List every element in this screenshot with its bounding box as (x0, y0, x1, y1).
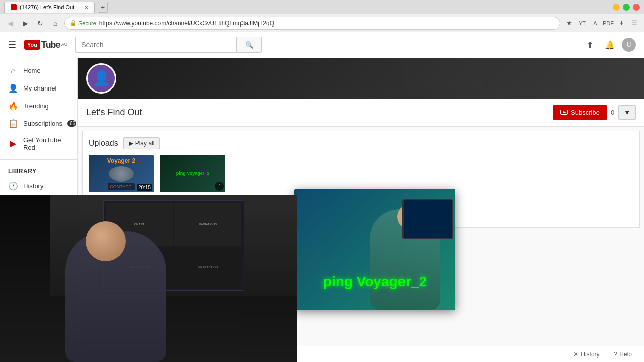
youtube-header: ☰ You Tube AU 🔍 ⬆ 🔔 U (0, 32, 644, 58)
history-bottom-label: History (581, 351, 599, 358)
video-thumb-2[interactable]: ping Voyager_2 ⋮ (160, 155, 225, 192)
sidebar-label-yt-red: Get YouTube Red (23, 136, 69, 151)
extension2-button[interactable]: A (590, 18, 601, 29)
header-search: 🔍 (75, 37, 574, 53)
search-input[interactable] (75, 37, 236, 53)
upload-button[interactable]: ⬆ (582, 37, 598, 53)
subscribe-label: Subscribe (571, 109, 600, 116)
tab-favicon (11, 4, 17, 10)
channel-actions: ▶ Subscribe 0 ▼ (553, 105, 636, 120)
bottom-bar: ✕ History ? Help (297, 346, 644, 362)
help-bottom-button[interactable]: ? Help (610, 349, 636, 360)
extension4-button[interactable]: ⬇ (616, 18, 627, 29)
help-bottom-icon: ? (614, 351, 617, 358)
subscriptions-badge: 66 (67, 120, 76, 127)
video-popup-inner: CHART RADIATIONS REFLECTIONS DIFFRACTION (0, 195, 297, 362)
browser-titlebar: (14276) Let's Find Out - ✕ + (0, 0, 644, 14)
help-bottom-label: Help (619, 351, 632, 358)
bell-icon: 🔔 (605, 40, 615, 50)
my-channel-icon: 👤 (8, 83, 18, 93)
history-icon: 🕐 (8, 181, 18, 191)
upload-icon: ⬆ (587, 40, 593, 50)
video-thumb-1[interactable]: Voyager 2 CONTACT! 20:15 (89, 155, 154, 192)
subscriptions-icon: 📋 (8, 119, 18, 128)
hover-screen: ~~~~~ (403, 199, 453, 239)
history-bottom-icon: ✕ (573, 351, 578, 358)
subscribe-count: 0 (611, 109, 614, 116)
user-avatar[interactable]: U (622, 38, 636, 52)
yt-red-icon: ▶ (8, 139, 18, 148)
maximize-button[interactable] (623, 4, 630, 11)
video-popup: CHART RADIATIONS REFLECTIONS DIFFRACTION (0, 195, 297, 362)
play-all-button[interactable]: ▶ Play all (123, 137, 160, 149)
search-icon: 🔍 (245, 41, 254, 49)
channel-avatar: 👤 (86, 63, 116, 94)
sidebar-item-my-channel[interactable]: 👤 My channel (0, 79, 77, 97)
history-bottom-button[interactable]: ✕ History (569, 349, 603, 360)
channel-avatar-icon: 👤 (93, 70, 110, 86)
settings-chevron-icon: ▼ (624, 109, 630, 116)
hover-screen-text: ~~~~~ (422, 217, 433, 221)
hover-preview-title: ping Voyager_2 (323, 274, 427, 290)
forward-button[interactable]: ▶ (19, 17, 31, 29)
yt-logo-icon: You (24, 40, 40, 50)
thumb1-voyager-text: Voyager 2 (107, 157, 135, 164)
channel-settings-button[interactable]: ▼ (618, 105, 636, 120)
sidebar-label-trending: Trending (23, 102, 69, 110)
video-more-btn-2[interactable]: ⋮ (215, 182, 224, 191)
tab-close-button[interactable]: ✕ (84, 5, 88, 10)
notifications-button[interactable]: 🔔 (602, 37, 618, 53)
hover-screen-content: ~~~~~ (404, 200, 452, 238)
extension3-button[interactable]: PDF (603, 18, 614, 29)
library-title: LIBRARY (0, 164, 77, 177)
video-duration-1: 20:15 (137, 184, 152, 191)
back-button[interactable]: ◀ (4, 17, 16, 29)
extension1-button[interactable]: YT (577, 18, 588, 29)
close-button[interactable] (633, 4, 640, 11)
url-text: https://www.youtube.com/channel/UCkGvUEt… (99, 20, 274, 27)
active-tab[interactable]: (14276) Let's Find Out - ✕ (4, 2, 95, 13)
ssl-badge: 🔒 Secure (70, 20, 96, 26)
uploads-title: Uploads (89, 139, 118, 148)
sidebar-item-subscriptions[interactable]: 📋 Subscriptions 66 (0, 115, 77, 132)
video-hover-preview: ~~~~~ ping Voyager_2 (294, 189, 455, 310)
play-all-label: Play all (135, 140, 155, 147)
trending-icon: 🔥 (8, 101, 18, 111)
header-actions: ⬆ 🔔 U (582, 37, 636, 53)
yt-logo-text: Tube (41, 40, 60, 50)
sidebar-item-yt-red[interactable]: ▶ Get YouTube Red (0, 132, 77, 155)
hamburger-menu[interactable]: ☰ (8, 39, 16, 50)
browser-navbar: ◀ ▶ ↻ ⌂ 🔒 Secure https://www.youtube.com… (0, 14, 644, 32)
sidebar-main-section: ⌂ Home 👤 My channel 🔥 Trending 📋 Subscri… (0, 58, 77, 160)
new-tab-button[interactable]: + (98, 2, 108, 13)
address-bar[interactable]: 🔒 Secure https://www.youtube.com/channel… (64, 17, 560, 30)
refresh-button[interactable]: ↻ (34, 17, 46, 29)
yt-logo-country: AU (61, 42, 68, 47)
menu-button[interactable]: ☰ (629, 18, 640, 29)
tab-title: (14276) Let's Find Out - (20, 4, 78, 10)
search-button[interactable]: 🔍 (236, 37, 262, 53)
play-icon: ▶ (129, 140, 133, 147)
home-icon: ⌂ (8, 66, 18, 75)
sidebar-label-subscriptions: Subscriptions (23, 120, 62, 127)
thumb1-contact-text: CONTACT! (108, 183, 134, 190)
sidebar-item-home[interactable]: ⌂ Home (0, 62, 77, 79)
sidebar-item-history[interactable]: 🕐 History (0, 177, 77, 195)
uploads-header: Uploads ▶ Play all (89, 137, 633, 149)
channel-info-bar: Let's Find Out ▶ Subscribe 0 ▼ (78, 99, 644, 127)
yt-subscribe-icon: ▶ (560, 110, 568, 115)
minimize-button[interactable] (613, 4, 620, 11)
sidebar-item-trending[interactable]: 🔥 Trending (0, 97, 77, 115)
home-button[interactable]: ⌂ (49, 17, 61, 29)
sidebar-label-history: History (23, 182, 69, 190)
bookmark-button[interactable]: ★ (564, 18, 575, 29)
hover-preview-inner: ~~~~~ ping Voyager_2 (294, 189, 455, 310)
subscribe-button[interactable]: ▶ Subscribe (553, 105, 607, 120)
youtube-logo[interactable]: You Tube AU (24, 40, 67, 50)
sidebar-label-home: Home (23, 67, 69, 74)
channel-name: Let's Find Out (86, 107, 142, 118)
nav-actions: ★ YT A PDF ⬇ ☰ (564, 18, 640, 29)
sidebar-label-my-channel: My channel (23, 84, 69, 92)
thumb1-satellite-shape (109, 166, 134, 182)
thumb2-ping-text: ping Voyager_2 (176, 171, 209, 176)
